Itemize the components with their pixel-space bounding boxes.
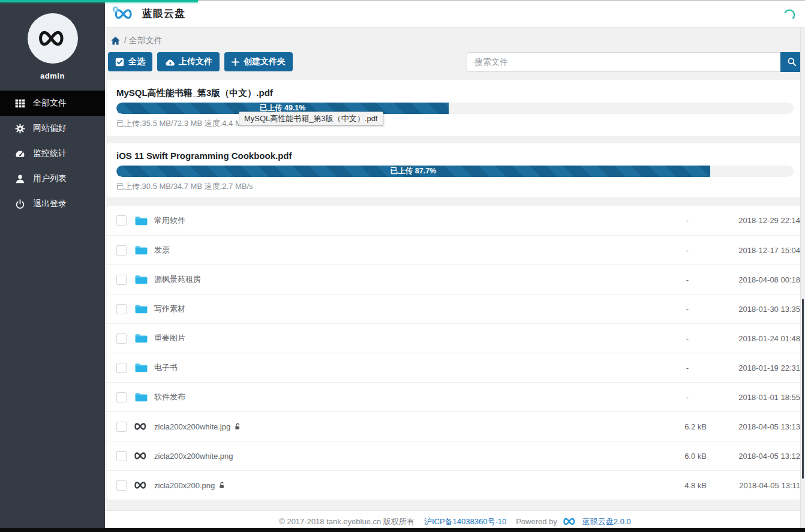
sidebar-item-all-files[interactable]: 全部文件 xyxy=(0,91,105,116)
breadcrumb-path[interactable]: / 全部文件 xyxy=(124,35,163,46)
brand-logo-icon xyxy=(111,5,136,22)
sidebar-item-label: 用户列表 xyxy=(33,173,67,184)
footer-logo-icon xyxy=(562,516,578,527)
row-checkbox[interactable] xyxy=(116,480,127,491)
scrollbar[interactable] xyxy=(800,28,805,528)
table-row[interactable]: zicla200x200white.png 6.0 kB 2018-04-05 … xyxy=(107,441,803,470)
avatar[interactable] xyxy=(28,13,78,64)
select-all-button[interactable]: 全选 xyxy=(108,52,152,71)
file-size: 4.8 kB xyxy=(641,481,707,490)
home-icon[interactable] xyxy=(110,36,121,46)
file-size: - xyxy=(641,393,707,402)
sidebar-item-logout[interactable]: 退出登录 xyxy=(0,191,105,217)
search-button[interactable] xyxy=(780,52,803,72)
page-loading-bar xyxy=(0,0,805,2)
file-date: 2018-01-30 13:35 xyxy=(707,305,803,314)
content: / 全部文件 全选 上传文件 xyxy=(105,28,805,510)
row-checkbox[interactable] xyxy=(116,451,127,461)
row-checkbox[interactable] xyxy=(116,245,127,256)
folder-icon xyxy=(133,245,149,256)
file-name[interactable]: zicla200x200white.jpg xyxy=(154,422,230,431)
check-square-icon xyxy=(115,58,124,67)
row-checkbox[interactable] xyxy=(116,304,127,314)
upload-card: iOS 11 Swift Programming Cookbook.pdf 已上… xyxy=(107,143,803,197)
file-image-icon xyxy=(133,451,149,461)
file-size: - xyxy=(641,363,707,372)
file-name[interactable]: zicla200x200white.png xyxy=(154,452,233,461)
table-row[interactable]: 电子书 - 2018-01-19 22:31 xyxy=(107,353,803,382)
upload-tooltip: MySQL高性能书籍_第3版（中文）.pdf xyxy=(239,112,383,126)
file-name[interactable]: 源枫景苑租房 xyxy=(154,274,201,285)
sidebar: admin 全部文件 xyxy=(0,0,105,532)
scrollbar-thumb[interactable] xyxy=(802,299,804,479)
breadcrumb: / 全部文件 xyxy=(107,35,803,47)
cloud-upload-icon xyxy=(164,58,175,67)
table-row[interactable]: 常用软件 - 2018-12-29 22:14 xyxy=(107,206,803,235)
file-date: 2018-04-08 00:18 xyxy=(707,275,803,284)
file-name[interactable]: 重要图片 xyxy=(154,333,185,344)
file-size: - xyxy=(641,305,707,314)
file-name[interactable]: 发票 xyxy=(154,245,170,256)
table-row[interactable]: zicla200x200white.jpg 6.2 kB 2018-04-05 … xyxy=(107,411,803,441)
search-input[interactable] xyxy=(467,52,780,72)
upload-file-name: MySQL高性能书籍_第3版（中文）.pdf xyxy=(116,88,794,98)
toolbar: 全选 上传文件 创建文件夹 xyxy=(107,52,803,72)
file-list: 常用软件 - 2018-12-29 22:14 发票 - 2018-12-17 … xyxy=(107,206,803,500)
file-size: - xyxy=(641,275,707,284)
sidebar-item-label: 全部文件 xyxy=(33,98,67,109)
sidebar-item-label: 网站偏好 xyxy=(33,123,67,134)
row-checkbox[interactable] xyxy=(116,422,127,432)
product-version-link[interactable]: 蓝眼云盘2.0.0 xyxy=(582,516,631,527)
upload-meta-text: 已上传:30.5 MB/34.7 MB 速度:2.7 MB/s xyxy=(116,181,794,192)
sidebar-item-label: 监控统计 xyxy=(33,148,67,159)
icp-link[interactable]: 沪ICP备14038360号-10 xyxy=(424,516,506,527)
table-row[interactable]: 写作素材 - 2018-01-30 13:35 xyxy=(107,294,803,323)
file-size: - xyxy=(641,216,707,225)
file-size: - xyxy=(641,334,707,343)
file-name[interactable]: 常用软件 xyxy=(154,215,185,226)
user-icon xyxy=(15,174,25,184)
row-checkbox[interactable] xyxy=(116,333,127,344)
file-name[interactable]: 软件发布 xyxy=(154,392,185,402)
table-row[interactable]: 软件发布 - 2018-01-01 18:55 xyxy=(107,382,803,411)
file-size: 6.2 kB xyxy=(641,422,707,431)
search-icon xyxy=(787,57,797,67)
table-row[interactable]: zicla200x200.png 4.8 kB 2018-04-05 13:11 xyxy=(107,470,803,500)
table-row[interactable]: 发票 - 2018-12-17 15:04 xyxy=(107,235,803,265)
sidebar-item-user-list[interactable]: 用户列表 xyxy=(0,166,105,191)
file-name[interactable]: 写作素材 xyxy=(154,303,185,314)
folder-icon xyxy=(133,303,149,314)
upload-file-label: 上传文件 xyxy=(179,56,212,67)
row-checkbox[interactable] xyxy=(116,215,127,226)
unlock-icon xyxy=(218,482,226,489)
upload-progress-track: 已上传 49.1% xyxy=(116,103,794,114)
upload-cards: MySQL高性能书籍_第3版（中文）.pdf 已上传 49.1% 已上传:35.… xyxy=(107,80,803,197)
search-group xyxy=(467,52,803,72)
sidebar-item-site-preferences[interactable]: 网站偏好 xyxy=(0,116,105,141)
file-date: 2018-04-05 13:12 xyxy=(707,452,803,461)
file-image-icon xyxy=(133,422,149,431)
sidebar-item-label: 退出登录 xyxy=(33,199,67,209)
table-row[interactable]: 源枫景苑租房 - 2018-04-08 00:18 xyxy=(107,265,803,294)
create-folder-button[interactable]: 创建文件夹 xyxy=(224,52,293,71)
row-checkbox[interactable] xyxy=(116,392,127,402)
row-checkbox[interactable] xyxy=(116,363,127,373)
folder-icon xyxy=(133,215,149,226)
header: 蓝眼云盘 xyxy=(105,0,805,28)
folder-icon xyxy=(133,333,149,344)
bottom-edge-strip xyxy=(0,528,805,532)
file-name[interactable]: 电子书 xyxy=(154,362,178,373)
main-area: 蓝眼云盘 / 全部文件 全选 xyxy=(105,0,805,532)
upload-file-button[interactable]: 上传文件 xyxy=(157,52,220,71)
row-checkbox[interactable] xyxy=(116,275,127,285)
app-window: admin 全部文件 xyxy=(0,0,805,532)
file-date: 2018-01-01 18:55 xyxy=(707,393,803,402)
sidebar-item-monitor-stats[interactable]: 监控统计 xyxy=(0,141,105,166)
copyright-text: © 2017-2018 tank.eyeblue.cn 版权所有 xyxy=(279,516,414,527)
file-name[interactable]: zicla200x200.png xyxy=(154,481,215,490)
file-date: 2018-01-24 01:48 xyxy=(707,334,803,343)
gear-icon xyxy=(15,124,25,134)
upload-card: MySQL高性能书籍_第3版（中文）.pdf 已上传 49.1% 已上传:35.… xyxy=(107,80,803,136)
loading-spinner-icon xyxy=(783,8,796,22)
table-row[interactable]: 重要图片 - 2018-01-24 01:48 xyxy=(107,323,803,353)
